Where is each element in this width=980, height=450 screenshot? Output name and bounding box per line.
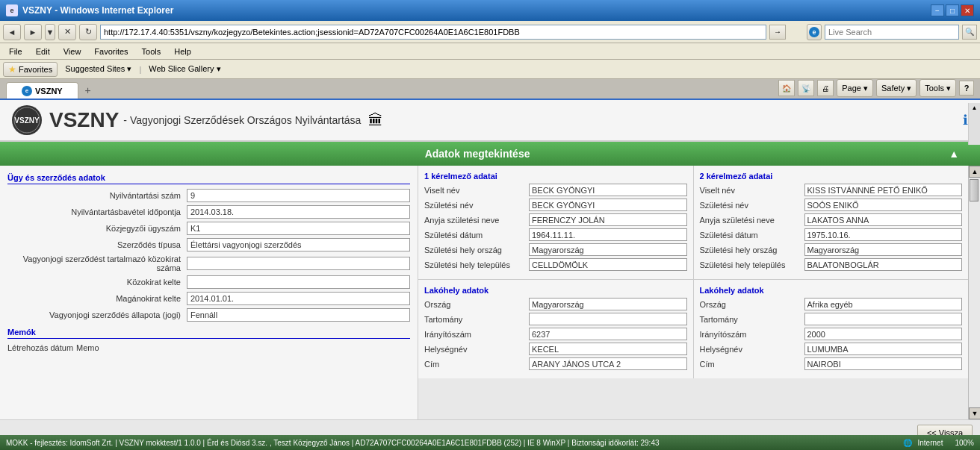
k1-anyja-neve-value[interactable] [529, 213, 687, 226]
menu-edit[interactable]: Edit [30, 46, 56, 57]
lakhely2-label: Lakóhely adatok [700, 286, 963, 295]
zone-label: Internet [918, 439, 943, 447]
live-search-input[interactable] [825, 25, 959, 40]
feeds-button[interactable]: 📡 [798, 80, 814, 96]
l1-cim-value[interactable] [529, 357, 687, 370]
k2-szuletesi-hely-telepules-value[interactable] [804, 258, 963, 271]
go-button[interactable]: → [769, 25, 786, 40]
k1-szuletesi-hely-orszag-value[interactable] [529, 243, 687, 256]
maximize-button[interactable]: □ [946, 4, 959, 16]
bottom-area: << Vissza [0, 419, 980, 435]
web-slice-gallery-link[interactable]: Web Slice Gallery ▾ [146, 63, 223, 75]
new-tab-button[interactable]: + [80, 83, 96, 98]
k2-viselt-nev-value[interactable] [804, 184, 963, 196]
memo-header-row: Létrehozás dátum Memo [7, 343, 410, 352]
kerelemzo2-label: 2 kérelmező adatai [700, 172, 963, 181]
l2-tartomany-value[interactable] [804, 313, 963, 325]
l1-tartomany-value[interactable] [529, 313, 687, 325]
k1-viselt-nev-value[interactable] [529, 184, 687, 196]
k2-szuletesi-nev-value[interactable] [804, 199, 963, 211]
status-bar: MOKK - fejlesztés: IdomSoft Zrt. | VSZNY… [0, 435, 980, 450]
szerzodes-allapota-value[interactable] [187, 308, 410, 322]
vszny-logo: VSZNY [12, 105, 42, 135]
k1-szuletesi-nev-row: Születési név [424, 199, 687, 211]
ugy-szam-row: Közjegyzői ügyszám [7, 222, 410, 235]
suggested-sites-link[interactable]: Suggested Sites ▾ [62, 63, 134, 75]
lakhely2-panel: Lakóhely adatok Ország Tartomány Irányít… [694, 280, 969, 378]
scroll-down-btn[interactable]: ▼ [969, 407, 980, 419]
k1-szuletesi-datum-row: Születési dátum [424, 228, 687, 241]
kerelemzo1-label: 1 kérelmező adatai [424, 172, 687, 181]
forward-button[interactable]: ► [24, 24, 42, 40]
menu-favorites[interactable]: Favorites [88, 46, 134, 57]
scroll-up-btn[interactable]: ▲ [969, 166, 980, 178]
k2-anyja-neve-row: Anyja születési neve [700, 213, 963, 226]
scroll-thumb[interactable] [970, 179, 979, 201]
vissza-button[interactable]: << Vissza [917, 425, 973, 435]
nyilvantartasi-szam-value[interactable] [187, 189, 410, 202]
k2-anyja-neve-value[interactable] [804, 213, 963, 226]
l1-helysegnev-value[interactable] [529, 343, 687, 355]
l1-orszag-label: Ország [424, 300, 529, 309]
ie-icon: e [6, 4, 18, 16]
help-button[interactable]: ? [959, 81, 974, 96]
dropdown-button[interactable]: ▼ [45, 24, 55, 40]
l2-cim-value[interactable] [804, 357, 963, 370]
l1-iranyitoszam-value[interactable] [529, 328, 687, 340]
safety-menu-button[interactable]: Safety ▾ [876, 79, 917, 97]
k2-szuletesi-hely-orszag-value[interactable] [804, 243, 963, 256]
window-title: VSZNY - Windows Internet Explorer [22, 5, 173, 16]
menu-help[interactable]: Help [168, 46, 197, 57]
scroll-up-button[interactable]: ▲ [972, 104, 978, 111]
kozokirat-szama-value[interactable] [187, 257, 410, 270]
status-text: MOKK - fejlesztés: IdomSoft Zrt. | VSZNY… [6, 439, 660, 447]
k1-szuletesi-datum-value[interactable] [529, 228, 687, 241]
vszny-tab[interactable]: e VSZNY [6, 82, 78, 99]
l1-iranyitoszam-row: Irányítószám [424, 328, 687, 340]
star-icon: ★ [8, 64, 16, 75]
l1-orszag-value[interactable] [529, 298, 687, 310]
lakhely1-label: Lakóhely adatok [424, 286, 687, 295]
vszny-subtitle: - Vagyonjogi Szerződések Országos Nyilvá… [123, 114, 361, 126]
k2-szuletesi-datum-value[interactable] [804, 228, 963, 241]
back-button[interactable]: ◄ [3, 24, 21, 40]
scroll-up-chevron[interactable]: ▲ [949, 148, 959, 160]
k1-viselt-nev-row: Viselt név [424, 184, 687, 196]
stop-button[interactable]: ✕ [58, 24, 76, 40]
l2-orszag-value[interactable] [804, 298, 963, 310]
l2-tartomany-row: Tartomány [700, 313, 963, 325]
maganokirat-kelte-value[interactable] [187, 292, 410, 305]
address-bar: ◄ ► ▼ ✕ ↻ → e 🔍 [0, 21, 980, 43]
k1-szuletesi-hely-telepules-row: Születési hely település [424, 258, 687, 271]
ugy-szam-value[interactable] [187, 222, 410, 235]
minimize-button[interactable]: − [931, 4, 944, 16]
refresh-button[interactable]: ↻ [79, 24, 97, 40]
favorites-button[interactable]: ★ Favorites [3, 62, 58, 77]
k1-szuletesi-nev-value[interactable] [529, 199, 687, 211]
k2-viselt-nev-label: Viselt név [700, 186, 804, 195]
home-button[interactable]: 🏠 [778, 80, 795, 96]
search-submit-button[interactable]: 🔍 [962, 25, 977, 40]
kerelemzo1-panel: 1 kérelmező adatai Viselt név Születési … [418, 166, 694, 279]
kozokirat-kelte-row: Közokirat kelte [7, 275, 410, 289]
l2-helysegnev-value[interactable] [804, 343, 963, 355]
search-provider-icon[interactable]: e [807, 24, 822, 40]
tools-menu-button[interactable]: Tools ▾ [919, 79, 956, 97]
k1-szuletesi-hely-telepules-value[interactable] [529, 258, 687, 271]
l2-iranyitoszam-value[interactable] [804, 328, 963, 340]
l2-orszag-row: Ország [700, 298, 963, 310]
szerzodes-tipusa-value[interactable] [187, 238, 410, 251]
address-input[interactable] [100, 25, 766, 40]
k1-szuletesi-hely-orszag-label: Születési hely ország [424, 246, 529, 254]
menu-view[interactable]: View [58, 46, 87, 57]
close-button[interactable]: ✕ [961, 4, 974, 16]
kozokirat-kelte-value[interactable] [187, 275, 410, 289]
k2-anyja-neve-label: Anyja születési neve [700, 216, 804, 225]
menu-tools[interactable]: Tools [136, 46, 167, 57]
bevitel-idopont-value[interactable] [187, 205, 410, 219]
print-button[interactable]: 🖨 [817, 80, 834, 96]
szerzodes-allapota-label: Vagyonjogi szerződés állapota (jogi) [7, 310, 187, 319]
page-menu-button[interactable]: Page ▾ [837, 79, 873, 97]
menu-file[interactable]: File [3, 46, 28, 57]
k1-anyja-neve-label: Anyja születési neve [424, 216, 529, 225]
